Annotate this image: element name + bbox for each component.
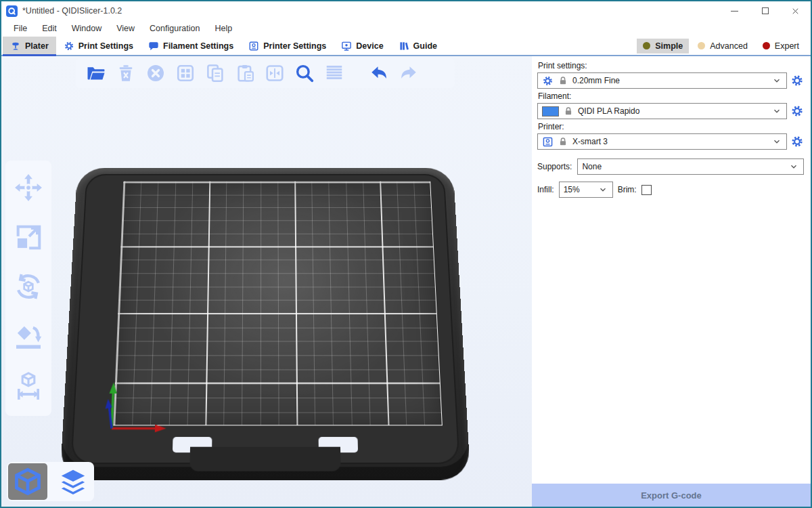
tab-filament-settings[interactable]: Filament Settings (141, 37, 241, 55)
chevron-down-icon (772, 137, 782, 146)
edit-print-settings-button[interactable] (790, 74, 804, 87)
place-on-face-tool-button[interactable] (13, 320, 44, 354)
gear-icon (542, 75, 554, 87)
menu-file[interactable]: File (7, 22, 34, 35)
chevron-down-icon (598, 185, 608, 194)
printer-value: X-smart 3 (572, 137, 608, 146)
delete-icon (116, 63, 136, 83)
tab-label: Plater (25, 41, 49, 51)
tab-label: Filament Settings (163, 41, 233, 51)
tab-device[interactable]: Device (334, 37, 390, 55)
3d-viewport[interactable] (1, 56, 532, 507)
settings-sidebar: Print settings: 0.20mm Fine Filament: QI… (532, 56, 811, 507)
tab-printer-settings[interactable]: Printer Settings (241, 37, 334, 55)
filament-select[interactable]: QIDI PLA Rapido (537, 103, 787, 119)
mode-advanced[interactable]: Advanced (692, 39, 754, 54)
guide-icon (399, 41, 409, 51)
printer-icon (248, 41, 259, 51)
delete-all-button[interactable] (145, 63, 166, 84)
supports-label: Supports: (537, 162, 572, 171)
view-mode-toggles (7, 462, 94, 501)
menu-window[interactable]: Window (65, 22, 108, 35)
brim-label: Brim: (618, 185, 637, 194)
mode-simple[interactable]: Simple (637, 39, 689, 54)
menu-edit[interactable]: Edit (35, 22, 64, 35)
rotate-tool-button[interactable] (13, 271, 44, 305)
arrange-icon (175, 63, 196, 83)
tab-label: Device (356, 41, 383, 51)
printer-select[interactable]: X-smart 3 (537, 133, 787, 150)
app-window: *Untitled - QIDISlicer-1.0.2 File Edit W… (0, 0, 812, 508)
edit-printer-button[interactable] (790, 135, 804, 148)
gear-icon (790, 74, 804, 87)
undo-button[interactable] (368, 63, 389, 84)
3d-editor-view-icon (13, 467, 43, 496)
chevron-down-icon (772, 106, 782, 116)
mode-label: Expert (775, 41, 799, 51)
scale-tool-button[interactable] (13, 221, 44, 255)
advanced-mode-dot-icon (698, 42, 705, 49)
open-project-button[interactable] (85, 63, 106, 84)
supports-select[interactable]: None (577, 158, 804, 175)
redo-button[interactable] (398, 63, 419, 84)
infill-label: Infill: (537, 185, 554, 194)
menu-help[interactable]: Help (208, 22, 239, 35)
split-button[interactable] (264, 63, 285, 84)
3d-editor-view-button[interactable] (8, 463, 47, 500)
window-title: *Untitled - QIDISlicer-1.0.2 (22, 6, 122, 16)
origin-axes-icon (102, 368, 187, 438)
printer-icon (542, 136, 554, 148)
rotate-icon (13, 271, 44, 302)
object-manipulation-toolbar (5, 161, 51, 416)
tab-label: Print Settings (78, 41, 133, 51)
lock-icon (564, 106, 573, 116)
lock-icon (558, 137, 568, 146)
print-bed (60, 168, 471, 480)
search-button[interactable] (294, 63, 315, 84)
variable-layer-height-button[interactable] (323, 63, 344, 84)
maximize-button[interactable] (750, 1, 780, 20)
expert-mode-dot-icon (763, 42, 770, 49)
tab-print-settings[interactable]: Print Settings (56, 37, 141, 55)
arrange-button[interactable] (175, 63, 196, 84)
edit-filament-button[interactable] (790, 104, 804, 118)
viewport-toolbar (76, 58, 455, 88)
move-tool-button[interactable] (13, 172, 44, 206)
menu-bar: File Edit Window View Configuration Help (1, 20, 811, 37)
paste-icon (235, 63, 255, 83)
filament-value: QIDI PLA Rapido (578, 106, 639, 116)
filament-icon (148, 41, 159, 51)
variable-layer-height-icon (324, 63, 344, 83)
menu-configuration[interactable]: Configuration (143, 22, 206, 35)
chevron-down-icon (789, 162, 798, 171)
simple-mode-dot-icon (643, 42, 650, 49)
redo-icon (399, 63, 419, 83)
mode-selector: Simple Advanced Expert (637, 37, 811, 55)
minimize-button[interactable] (719, 1, 750, 20)
measure-tool-button[interactable] (13, 370, 44, 404)
preview-layers-view-button[interactable] (53, 463, 93, 500)
chevron-down-icon (772, 76, 782, 85)
close-button[interactable] (780, 1, 811, 20)
printer-label: Printer: (538, 122, 804, 131)
gear-icon (64, 41, 74, 51)
copy-button[interactable] (204, 63, 225, 84)
supports-value: None (582, 162, 602, 171)
move-icon (13, 172, 44, 203)
tab-guide[interactable]: Guide (391, 37, 445, 55)
menu-view[interactable]: View (110, 22, 141, 35)
delete-all-icon (145, 63, 166, 83)
print-settings-label: Print settings: (538, 61, 804, 70)
place-on-face-icon (13, 320, 44, 352)
export-gcode-button[interactable]: Export G-code (532, 484, 811, 507)
export-gcode-label: Export G-code (641, 490, 702, 501)
mode-expert[interactable]: Expert (757, 39, 805, 54)
bed-handle (189, 447, 340, 471)
tab-plater[interactable]: Plater (3, 37, 56, 55)
infill-select[interactable]: 15% (559, 182, 613, 198)
delete-button[interactable] (115, 63, 136, 84)
brim-checkbox[interactable] (641, 185, 652, 195)
print-settings-select[interactable]: 0.20mm Fine (537, 72, 787, 89)
filament-color-swatch (542, 106, 559, 117)
paste-button[interactable] (234, 63, 255, 84)
